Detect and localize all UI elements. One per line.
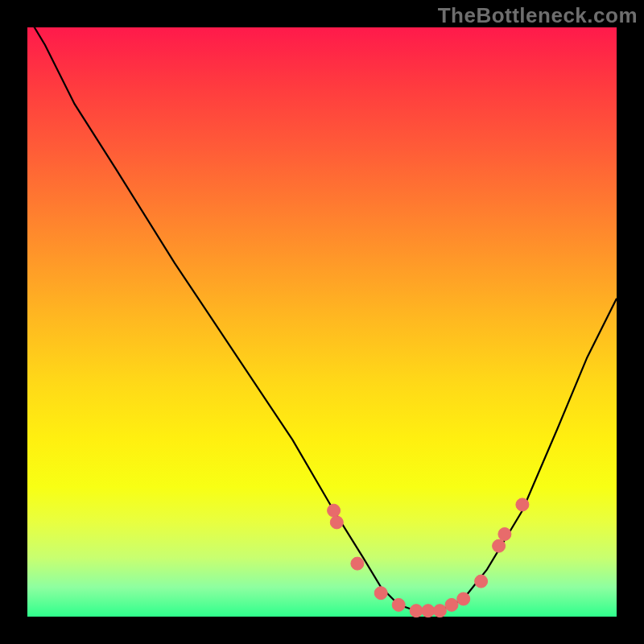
marker-dot bbox=[498, 528, 511, 541]
marker-dot bbox=[328, 504, 341, 517]
marker-dot bbox=[410, 605, 423, 617]
marker-dot bbox=[516, 498, 529, 511]
brand-watermark: TheBottleneck.com bbox=[438, 3, 638, 28]
marker-dot bbox=[422, 605, 435, 617]
marker-dot bbox=[330, 516, 343, 529]
marker-dot bbox=[392, 598, 405, 611]
chart-frame: TheBottleneck.com bbox=[0, 0, 644, 644]
marker-dots bbox=[328, 498, 529, 617]
marker-dot bbox=[445, 598, 458, 611]
marker-dot bbox=[493, 539, 506, 552]
marker-dot bbox=[457, 592, 470, 605]
chart-overlay-svg bbox=[0, 0, 644, 644]
marker-dot bbox=[433, 605, 446, 617]
bottleneck-curve bbox=[27, 15, 617, 610]
marker-dot bbox=[475, 575, 488, 588]
marker-dot bbox=[351, 557, 364, 570]
marker-dot bbox=[374, 587, 387, 600]
